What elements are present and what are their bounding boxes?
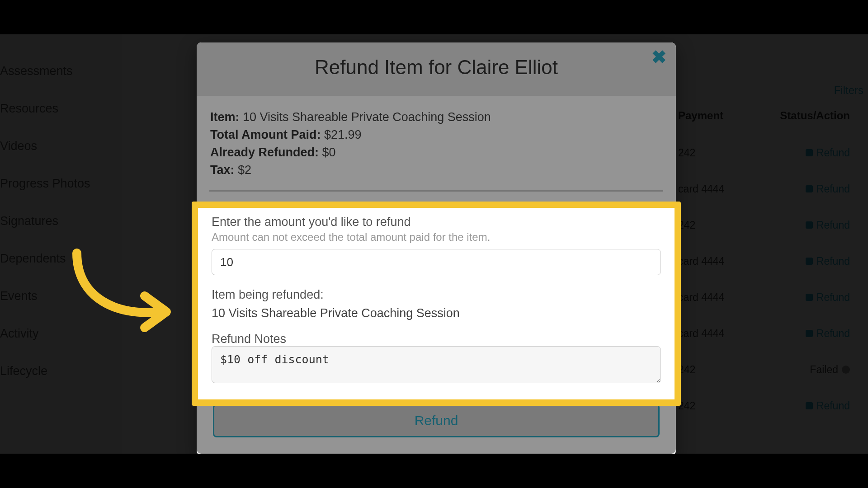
highlighted-form: Enter the amount you'd like to refund Am…	[192, 202, 681, 406]
amount-hint: Amount can not exceed the total amount p…	[212, 231, 661, 244]
summary-label: Total Amount Paid:	[210, 128, 321, 141]
refund-notes-label: Refund Notes	[212, 332, 661, 346]
divider	[209, 190, 663, 192]
summary-value: 10 Visits Shareable Private Coaching Ses…	[243, 110, 491, 124]
amount-label: Enter the amount you'd like to refund	[212, 215, 661, 229]
summary-total: Total Amount Paid: $21.99	[210, 126, 662, 144]
refund-button[interactable]: Refund	[213, 404, 660, 437]
summary-label: Tax:	[210, 163, 235, 177]
summary-tax: Tax: $2	[210, 161, 662, 179]
close-icon[interactable]: ✖	[651, 48, 667, 66]
summary-label: Item:	[210, 110, 240, 124]
modal-title: Refund Item for Claire Elliot	[210, 56, 662, 79]
summary-value: $2	[238, 163, 251, 177]
summary-item: Item: 10 Visits Shareable Private Coachi…	[210, 108, 662, 126]
item-being-refunded-value: 10 Visits Shareable Private Coaching Ses…	[212, 306, 661, 320]
refund-amount-input[interactable]	[212, 249, 661, 275]
refund-notes-input[interactable]	[212, 346, 661, 383]
item-being-refunded-label: Item being refunded:	[212, 288, 661, 302]
annotation-arrow-icon	[68, 244, 185, 336]
letterbox-top	[0, 0, 868, 34]
summary-value: $21.99	[324, 128, 362, 141]
summary-label: Already Refunded:	[210, 145, 319, 159]
letterbox-bottom	[0, 454, 868, 488]
refund-button-holder: Refund	[210, 404, 662, 442]
summary-refunded: Already Refunded: $0	[210, 144, 662, 161]
summary-value: $0	[322, 145, 336, 159]
modal-header: ✖ Refund Item for Claire Elliot	[197, 42, 676, 96]
